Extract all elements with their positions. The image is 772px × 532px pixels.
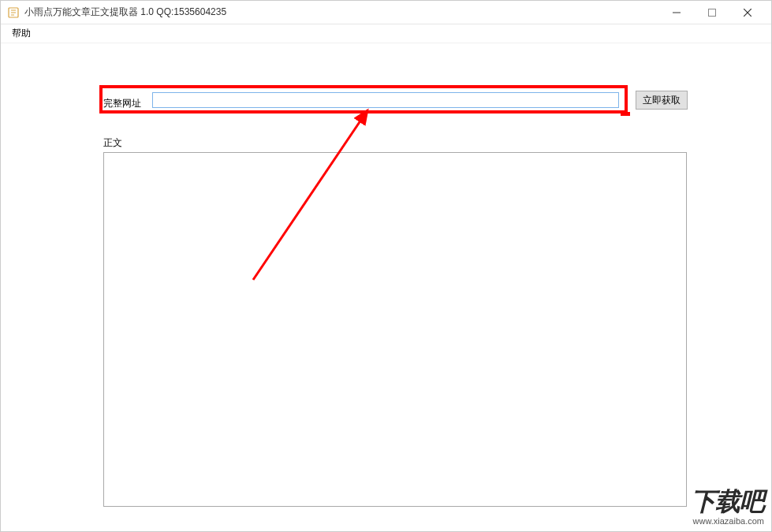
menu-help[interactable]: 帮助: [6, 24, 37, 43]
window-title: 小雨点万能文章正文提取器 1.0 QQ:1535604235: [24, 6, 658, 19]
window-controls: [658, 2, 765, 24]
url-label: 完整网址: [103, 97, 141, 110]
fetch-button[interactable]: 立即获取: [636, 91, 688, 110]
menubar: 帮助: [1, 24, 771, 43]
app-window: 小雨点万能文章正文提取器 1.0 QQ:1535604235 帮助 完整网址 立…: [0, 0, 772, 532]
url-input[interactable]: [152, 92, 619, 108]
app-icon: [7, 6, 20, 19]
titlebar: 小雨点万能文章正文提取器 1.0 QQ:1535604235: [1, 1, 771, 24]
body-label: 正文: [103, 136, 122, 150]
content-area: 完整网址 立即获取 正文: [1, 43, 771, 531]
svg-rect-5: [708, 9, 715, 16]
close-button[interactable]: [729, 2, 765, 24]
minimize-button[interactable]: [658, 2, 694, 24]
annotation-underline: [621, 112, 630, 116]
body-textarea[interactable]: [103, 152, 687, 507]
maximize-button[interactable]: [694, 2, 729, 24]
